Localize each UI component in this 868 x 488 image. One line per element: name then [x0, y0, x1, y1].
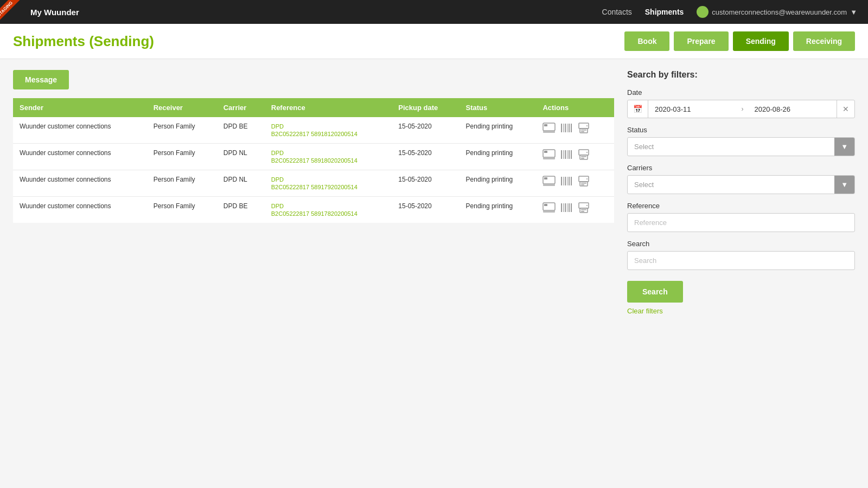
- action-print-icon-2[interactable]: [577, 176, 590, 187]
- cell-status-2: Pending printing: [459, 170, 537, 197]
- svg-rect-17: [561, 150, 562, 159]
- user-info: customerconnections@wearewuunder.com ▼: [697, 6, 857, 18]
- tab-prepare[interactable]: Prepare: [674, 31, 728, 51]
- svg-rect-7: [569, 124, 570, 132]
- cell-actions-1: [536, 144, 614, 170]
- svg-rect-48: [567, 203, 567, 212]
- cell-sender-3: Wuunder customer connections: [13, 197, 147, 223]
- cell-receiver-0: Person Family: [147, 117, 217, 144]
- search-button[interactable]: Search: [627, 281, 683, 303]
- action-label-icon-2[interactable]: [542, 176, 556, 187]
- svg-rect-24: [580, 155, 588, 159]
- carriers-dropdown-icon[interactable]: ▼: [834, 176, 854, 194]
- svg-rect-20: [567, 150, 567, 159]
- tab-book[interactable]: Book: [624, 31, 669, 51]
- cell-carrier-3: DPD BE: [217, 197, 265, 223]
- cell-reference-0[interactable]: DPDB2C05222817 58918120200514: [265, 117, 392, 144]
- cell-reference-1[interactable]: DPDB2C05222817 58918020200514: [265, 144, 392, 170]
- cell-receiver-2: Person Family: [147, 170, 217, 197]
- cell-pickup-1: 15-05-2020: [392, 144, 459, 170]
- carriers-label: Carriers: [627, 164, 855, 172]
- svg-rect-12: [581, 131, 584, 132]
- search-input[interactable]: [627, 251, 855, 270]
- cell-pickup-3: 15-05-2020: [392, 197, 459, 223]
- date-range-row: 📅 2020-03-11 › 2020-08-26 ✕: [627, 100, 855, 118]
- svg-rect-5: [565, 124, 566, 132]
- action-label-icon-1[interactable]: [542, 149, 556, 160]
- svg-rect-35: [569, 177, 570, 185]
- cell-pickup-2: 15-05-2020: [392, 170, 459, 197]
- app-name: My Wuunder: [30, 8, 79, 17]
- action-label-icon-3[interactable]: [542, 202, 556, 213]
- svg-rect-52: [580, 208, 588, 213]
- search-filter: Search: [627, 240, 855, 270]
- contacts-nav[interactable]: Contacts: [602, 8, 632, 16]
- tab-receiving[interactable]: Receiving: [793, 31, 855, 51]
- carriers-select-value[interactable]: Select: [628, 176, 834, 194]
- svg-point-27: [586, 152, 588, 153]
- svg-point-55: [586, 205, 588, 206]
- cell-reference-3[interactable]: DPDB2C05222817 58917820200514: [265, 197, 392, 223]
- svg-rect-3: [561, 124, 562, 132]
- status-select-row[interactable]: Select ▼: [627, 137, 855, 156]
- action-barcode-icon-2[interactable]: [560, 176, 573, 187]
- status-select-value[interactable]: Select: [628, 138, 834, 156]
- date-arrow-icon: ›: [737, 101, 748, 117]
- table-row: Wuunder customer connections Person Fami…: [13, 117, 614, 144]
- svg-rect-49: [569, 203, 570, 212]
- action-print-icon-0[interactable]: [577, 123, 590, 133]
- cell-reference-2[interactable]: DPDB2C05222817 58917920200514: [265, 170, 392, 197]
- svg-rect-47: [565, 203, 566, 212]
- cell-actions-0: [536, 117, 614, 144]
- right-panel: Search by filters: Date 📅 2020-03-11 › 2…: [627, 70, 855, 315]
- action-barcode-icon-1[interactable]: [560, 149, 573, 160]
- action-print-icon-1[interactable]: [577, 149, 590, 160]
- reference-input[interactable]: [627, 213, 855, 232]
- svg-rect-36: [571, 177, 572, 185]
- svg-rect-38: [580, 182, 588, 186]
- user-icon: [697, 6, 709, 18]
- svg-rect-45: [561, 203, 562, 212]
- left-panel: Message Sender Receiver Carrier Referenc…: [13, 70, 614, 315]
- date-to-value[interactable]: 2020-08-26: [748, 101, 837, 118]
- svg-rect-26: [581, 158, 584, 159]
- svg-rect-16: [543, 157, 555, 159]
- table-row: Wuunder customer connections Person Fami…: [13, 144, 614, 170]
- cell-carrier-2: DPD NL: [217, 170, 265, 197]
- action-print-icon-3[interactable]: [577, 202, 590, 213]
- svg-rect-50: [571, 203, 572, 212]
- carriers-select-row[interactable]: Select ▼: [627, 175, 855, 194]
- tab-sending[interactable]: Sending: [733, 31, 789, 51]
- svg-rect-32: [563, 177, 564, 185]
- svg-rect-54: [581, 211, 584, 212]
- svg-rect-44: [543, 210, 555, 213]
- shipments-nav[interactable]: Shipments: [645, 8, 684, 16]
- reference-filter: Reference: [627, 202, 855, 232]
- svg-rect-10: [580, 129, 588, 133]
- action-barcode-icon-3[interactable]: [560, 202, 573, 213]
- clear-filters-link[interactable]: Clear filters: [627, 307, 855, 315]
- date-from-value[interactable]: 2020-03-11: [648, 101, 737, 118]
- page-title: Shipments (Sending): [13, 33, 154, 50]
- svg-point-41: [586, 178, 588, 179]
- calendar-icon: 📅: [628, 100, 648, 118]
- svg-rect-25: [581, 156, 586, 157]
- status-filter: Status Select ▼: [627, 126, 855, 156]
- svg-rect-1: [544, 124, 547, 126]
- status-dropdown-icon[interactable]: ▼: [834, 138, 854, 156]
- svg-rect-43: [544, 204, 547, 206]
- carriers-filter: Carriers Select ▼: [627, 164, 855, 194]
- date-clear-icon[interactable]: ✕: [837, 100, 854, 118]
- svg-rect-33: [565, 177, 566, 185]
- cell-receiver-1: Person Family: [147, 144, 217, 170]
- action-barcode-icon-0[interactable]: [560, 123, 573, 133]
- svg-rect-8: [571, 124, 572, 132]
- message-button[interactable]: Message: [13, 70, 69, 89]
- col-carrier: Carrier: [217, 98, 265, 117]
- user-dropdown-icon[interactable]: ▼: [850, 8, 857, 16]
- svg-rect-34: [567, 177, 567, 185]
- action-label-icon-0[interactable]: [542, 123, 556, 133]
- col-sender: Sender: [13, 98, 147, 117]
- cell-pickup-0: 15-05-2020: [392, 117, 459, 144]
- cell-status-0: Pending printing: [459, 117, 537, 144]
